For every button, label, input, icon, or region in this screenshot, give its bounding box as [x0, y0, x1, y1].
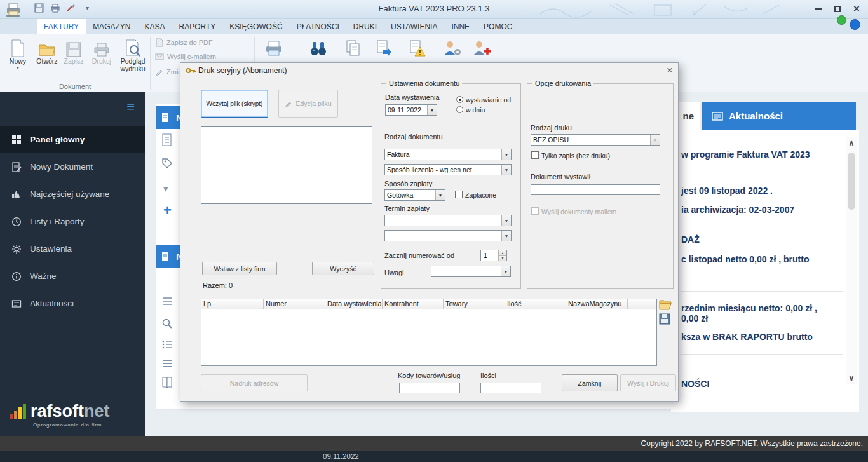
close-button[interactable]: × — [849, 3, 864, 15]
news-scrollbar[interactable]: ∧ ∨ — [846, 137, 857, 384]
archive-date-link[interactable]: 02-03-2007 — [749, 205, 795, 215]
titlebar[interactable]: ▾ Faktura VAT 2023 PRO 23.1.3 × — [0, 0, 868, 19]
column-header-numer[interactable]: Numer — [264, 299, 325, 309]
tab-magazyn[interactable]: MAGAZYN — [86, 19, 137, 34]
date-picker[interactable]: 09-11-2022 ▼ — [385, 104, 437, 116]
documents-table[interactable]: Lp Numer Data wystawienia Kontrahent Tow… — [201, 299, 657, 366]
only-save-checkbox[interactable] — [531, 151, 539, 159]
dropdown-icon[interactable]: ▼ — [501, 266, 510, 276]
address-print-button[interactable]: Nadruk adresów — [201, 374, 308, 391]
calc-method-select[interactable]: Sposób liczenia - wg cen net ▼ — [384, 164, 512, 175]
duplicate-document-icon[interactable] — [374, 39, 392, 57]
issuer-input[interactable] — [531, 184, 660, 195]
user-settings-icon[interactable] — [443, 39, 462, 57]
sidebar-item-ustawienia[interactable]: Ustawienia — [0, 235, 145, 262]
new-document-button[interactable]: Nowy ▾ — [4, 37, 32, 71]
close-dialog-button[interactable]: Zamknij — [562, 374, 618, 391]
send-and-print-button[interactable]: Wyślij i Drukuj — [620, 374, 676, 391]
info-circle-icon[interactable] — [850, 19, 860, 30]
book-icon[interactable] — [161, 376, 173, 389]
sidebar-item-aktualnosci[interactable]: Aktualności — [0, 290, 145, 317]
search-icon[interactable] — [161, 318, 173, 329]
codes-input[interactable] — [399, 383, 460, 393]
tab-platnosci[interactable]: PŁATNOŚCI — [290, 19, 346, 34]
edit-file-button[interactable]: Edycja pliku — [278, 90, 338, 118]
expand-chevron-icon[interactable]: ▾ — [163, 183, 168, 194]
copy-document-icon[interactable] — [344, 39, 362, 57]
dropdown-icon[interactable]: ▼ — [435, 190, 445, 200]
dropdown-icon[interactable]: ▼ — [501, 149, 511, 160]
sidebar-item-nowy-dokument[interactable]: Nowy Dokument — [0, 153, 145, 180]
document-warning-icon[interactable] — [408, 39, 426, 57]
tab-druki[interactable]: DRUKI — [346, 19, 384, 34]
doc-type-select[interactable]: Faktura ▼ — [384, 149, 512, 160]
print-type-select[interactable]: BEZ OPISU ▼ — [531, 134, 660, 146]
tab-raporty[interactable]: RAPORTY — [172, 19, 222, 34]
column-header-magazyn[interactable]: NazwaMagazynu — [566, 299, 628, 309]
scroll-up-icon[interactable]: ∧ — [846, 137, 857, 149]
save-button[interactable]: Zapisz — [61, 37, 86, 65]
radio-issue-from[interactable] — [456, 96, 463, 103]
dropdown-icon[interactable]: ▼ — [501, 231, 511, 241]
tab-ksiegowosc[interactable]: KSIĘGOWOŚĆ — [222, 19, 289, 34]
dialog-close-icon[interactable]: × — [667, 64, 673, 77]
tab-aktualnosci[interactable]: Aktualności — [702, 102, 856, 130]
menu-lines-icon[interactable] — [161, 358, 173, 369]
sidebar-item-najczesciej-uzywane[interactable]: Najczęściej używane — [0, 180, 145, 208]
numbering-stepper[interactable]: 1 ▲▼ — [480, 250, 507, 261]
script-listbox[interactable] — [201, 126, 372, 204]
column-header-towary[interactable]: Towary — [444, 299, 505, 309]
send-email-button[interactable]: Wyślij e-mailem — [155, 53, 216, 60]
tag-icon[interactable] — [161, 158, 173, 169]
dialog-titlebar[interactable]: Druk seryjny (Abonament) × — [180, 63, 678, 78]
send-mail-checkbox[interactable] — [531, 207, 539, 215]
add-item-icon[interactable]: + — [163, 202, 172, 219]
hamburger-menu-icon[interactable]: ≡ — [126, 100, 135, 114]
tab-kasa[interactable]: KASA — [137, 19, 172, 34]
open-button[interactable]: Otwórz — [33, 37, 61, 65]
scrollbar-thumb[interactable] — [848, 153, 855, 210]
radio-on-day[interactable] — [456, 106, 463, 113]
sidebar-item-listy-raporty[interactable]: Listy i Raporty — [0, 208, 145, 235]
due-date-select-2[interactable]: ▼ — [384, 230, 512, 241]
dropdown-icon[interactable]: ▼ — [501, 165, 511, 175]
help-globe-icon[interactable] — [837, 15, 846, 25]
notes-select[interactable]: ▼ — [431, 266, 511, 277]
dropdown-icon[interactable]: ▼ — [650, 135, 660, 145]
dropdown-icon[interactable]: ▼ — [427, 105, 437, 115]
tab-faktury[interactable]: FAKTURY — [37, 19, 86, 34]
column-header-lp[interactable]: Lp — [201, 299, 264, 309]
new-document-caret-icon[interactable]: ▾ — [4, 65, 32, 71]
list-details-icon[interactable] — [161, 339, 173, 350]
load-script-button[interactable]: Wczytaj plik (skrypt) — [201, 90, 268, 118]
spin-down-icon[interactable]: ▼ — [499, 256, 506, 261]
clear-button[interactable]: Wyczyść — [312, 262, 374, 275]
tab-inne[interactable]: INNE — [444, 19, 477, 34]
column-header-ilosc[interactable]: Ilość — [505, 299, 566, 309]
paid-checkbox[interactable] — [455, 191, 463, 198]
column-header-kontrahent[interactable]: Kontrahent — [383, 299, 444, 309]
minimize-button[interactable] — [811, 3, 826, 15]
insert-companies-button[interactable]: Wstaw z listy firm — [202, 262, 277, 275]
quantities-input[interactable] — [480, 383, 541, 393]
search-binoculars-icon[interactable] — [309, 39, 328, 57]
column-header-data[interactable]: Data wystawienia — [325, 299, 383, 309]
tab-ustawienia[interactable]: USTAWIENIA — [384, 19, 444, 34]
sidebar-item-wazne[interactable]: Ważne — [0, 262, 145, 290]
save-file-icon[interactable] — [659, 313, 670, 325]
add-user-icon[interactable] — [472, 39, 491, 57]
payment-select[interactable]: Gotówka ▼ — [384, 189, 445, 201]
tab-pomoc[interactable]: POMOC — [477, 19, 519, 34]
scroll-down-icon[interactable]: ∨ — [846, 372, 857, 384]
print-preview-button[interactable]: Podgląd wydruku — [116, 37, 150, 72]
dropdown-icon[interactable]: ▼ — [501, 215, 511, 226]
spin-up-icon[interactable]: ▲ — [499, 250, 506, 256]
due-date-select-1[interactable]: ▼ — [384, 215, 512, 226]
list-icon[interactable] — [161, 296, 173, 306]
save-pdf-button[interactable]: Zapisz do PDF — [155, 38, 213, 47]
print-button[interactable]: Drukuj — [88, 37, 116, 65]
open-file-icon[interactable] — [659, 299, 672, 310]
sidebar-item-panel-glowny[interactable]: Panel główny — [0, 126, 145, 153]
print-pdf-icon[interactable] — [264, 39, 283, 57]
maximize-button[interactable] — [830, 3, 845, 15]
